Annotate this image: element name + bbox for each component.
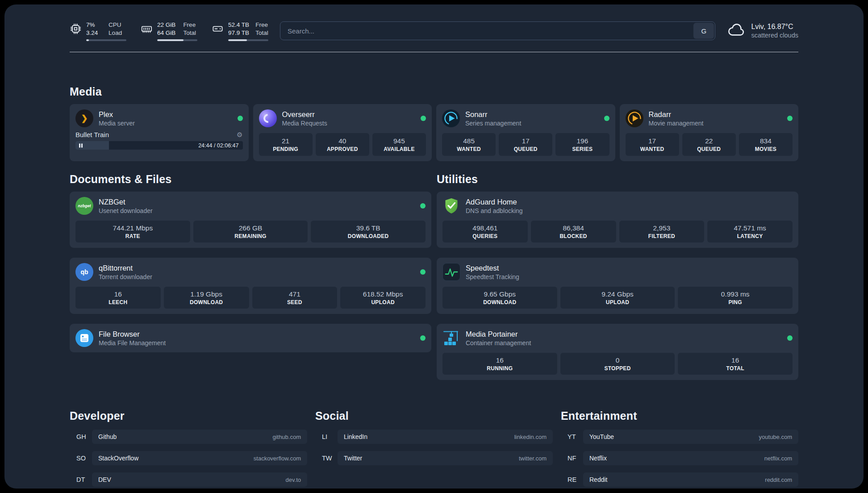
filebrowser-icon [75, 329, 93, 347]
service-card-radarr[interactable]: Radarr Movie management 17 WANTED 22 QUE… [620, 104, 799, 161]
nzbget-icon: nzbget [75, 197, 93, 215]
service-description: Speedtest Tracking [466, 273, 793, 280]
service-description: Media server [99, 120, 232, 127]
bookmark-link[interactable]: LinkedIn linkedin.com [338, 430, 553, 444]
stat-value: 834 [760, 137, 772, 145]
bookmark-domain: youtube.com [759, 434, 792, 440]
service-name: Sonarr [465, 110, 599, 119]
stat-value: 744.21 Mbps [113, 224, 153, 232]
stat-label: PENDING [273, 146, 298, 152]
stat-label: MOVIES [755, 146, 776, 152]
stat-value: 618.52 Mbps [363, 290, 403, 298]
stat-value: 266 GB [239, 224, 263, 232]
bookmark-link[interactable]: Github github.com [92, 430, 307, 444]
stat-value: 9.24 Gbps [601, 290, 634, 298]
stat-tile: 498,461 QUERIES [442, 221, 528, 242]
bookmark-abbr: RE [561, 476, 583, 483]
service-name: File Browser [99, 330, 415, 338]
stat-value: 9.65 Gbps [484, 290, 516, 298]
portainer-icon [442, 329, 460, 347]
cloud-icon [727, 21, 746, 41]
status-dot [604, 116, 609, 121]
service-card-filebrowser[interactable]: File Browser Media File Management [70, 324, 431, 352]
service-card-nzbget[interactable]: nzbget NZBGet Usenet downloader 744.21 M… [70, 192, 431, 248]
service-card-portainer[interactable]: Media Portainer Container management 16 … [437, 324, 798, 380]
bookmark-link[interactable]: Twitter twitter.com [338, 451, 553, 465]
disk-progress-bar [228, 39, 268, 41]
service-card-qbittorrent[interactable]: qb qBittorrent Torrent downloader 16 LEE… [70, 258, 431, 314]
cpu-widget: 7% CPU 3.24 Load [70, 21, 126, 41]
bookmark-stackoverflow: SO StackOverflow stackoverflow.com [70, 451, 307, 465]
stat-label: BLOCKED [559, 233, 587, 239]
stat-tile: 21 PENDING [259, 133, 313, 156]
service-card-speedtest[interactable]: Speedtest Speedtest Tracking 9.65 Gbps D… [437, 258, 798, 314]
section-title-utilities: Utilities [437, 173, 798, 186]
playback-progress-bar[interactable]: 24:44 / 02:06:47 [75, 141, 243, 150]
stat-value: 16 [114, 290, 122, 298]
stat-tile: 196 SERIES [555, 133, 609, 156]
service-description: Torrent downloader [99, 273, 415, 280]
stat-value: 471 [289, 290, 300, 298]
cpu-load-value: 3.24 [86, 29, 102, 37]
status-dot [420, 269, 426, 275]
disk-total-value: 97.9 TB [228, 29, 249, 37]
bookmark-domain: netflix.com [764, 455, 792, 462]
bookmark-name: Netflix [589, 455, 607, 462]
weather-widget: Lviv, 16.87°C scattered clouds [727, 21, 798, 41]
memory-icon [141, 23, 153, 35]
stat-value: 17 [522, 137, 530, 145]
bookmark-link[interactable]: Netflix netflix.com [583, 451, 798, 465]
service-card-adguard[interactable]: AdGuard Home DNS and adblocking 498,461 … [437, 192, 798, 248]
gear-icon[interactable]: ⚙ [237, 131, 242, 138]
stat-value: 485 [463, 137, 475, 145]
stat-value: 39.6 TB [356, 224, 380, 232]
bookmark-abbr: NF [561, 455, 583, 462]
stat-tile: 0.993 ms PING [678, 287, 793, 309]
bookmark-linkedin: LI LinkedIn linkedin.com [315, 430, 553, 444]
stat-label: DOWNLOAD [483, 299, 516, 305]
weather-condition: scattered clouds [751, 32, 798, 39]
overseerr-icon [259, 109, 277, 127]
bookmark-youtube: YT YouTube youtube.com [561, 430, 798, 444]
bookmark-link[interactable]: Reddit reddit.com [583, 472, 798, 487]
adguard-icon [442, 197, 460, 215]
bookmark-group-social: Social LI LinkedIn linkedin.com TW Twitt… [315, 409, 553, 489]
stat-tile: 834 MOVIES [739, 133, 793, 156]
service-card-sonarr[interactable]: Sonarr Series management 485 WANTED 17 Q… [436, 104, 615, 161]
search-input[interactable] [280, 21, 715, 40]
stat-label: SERIES [572, 146, 593, 152]
stat-label: LATENCY [737, 233, 763, 239]
service-card-overseerr[interactable]: Overseerr Media Requests 21 PENDING 40 A… [253, 104, 432, 161]
bookmark-name: Twitter [344, 455, 362, 462]
disk-progress-fill [228, 39, 247, 41]
stat-label: FILTERED [648, 233, 675, 239]
dashboard-panel: 7% CPU 3.24 Load [4, 4, 864, 489]
disk-icon [212, 23, 224, 35]
service-card-plex[interactable]: ❯ Plex Media server Bullet Train ⚙ [70, 104, 249, 161]
service-description: Usenet downloader [99, 207, 415, 214]
bookmark-link[interactable]: StackOverflow stackoverflow.com [92, 451, 307, 465]
service-name: Speedtest [466, 264, 793, 272]
status-dot [420, 203, 426, 209]
weather-location: Lviv, 16.87°C [751, 23, 798, 31]
stat-label: WANTED [640, 146, 664, 152]
stat-tile: 744.21 Mbps RATE [75, 221, 190, 242]
resource-widgets: 7% CPU 3.24 Load [70, 21, 268, 41]
status-dot [420, 335, 426, 341]
stat-label: QUEUED [514, 146, 538, 152]
bookmark-link[interactable]: DEV dev.to [92, 472, 307, 487]
stat-value: 17 [648, 137, 656, 145]
section-title-social: Social [315, 409, 553, 422]
service-name: Media Portainer [466, 330, 782, 338]
memory-progress-bar [157, 39, 197, 41]
bookmark-abbr: TW [315, 455, 338, 462]
search-provider-button[interactable]: G [693, 23, 714, 39]
bookmark-abbr: SO [70, 455, 92, 462]
cpu-usage-value: 7% [86, 21, 102, 29]
stat-tile: 40 APPROVED [316, 133, 369, 156]
bookmark-domain: stackoverflow.com [254, 455, 301, 462]
pause-icon[interactable] [79, 143, 83, 147]
bookmark-link[interactable]: YouTube youtube.com [583, 430, 798, 444]
stat-tile: 16 RUNNING [442, 353, 557, 375]
stat-tile: 39.6 TB DOWNLOADED [311, 221, 426, 242]
